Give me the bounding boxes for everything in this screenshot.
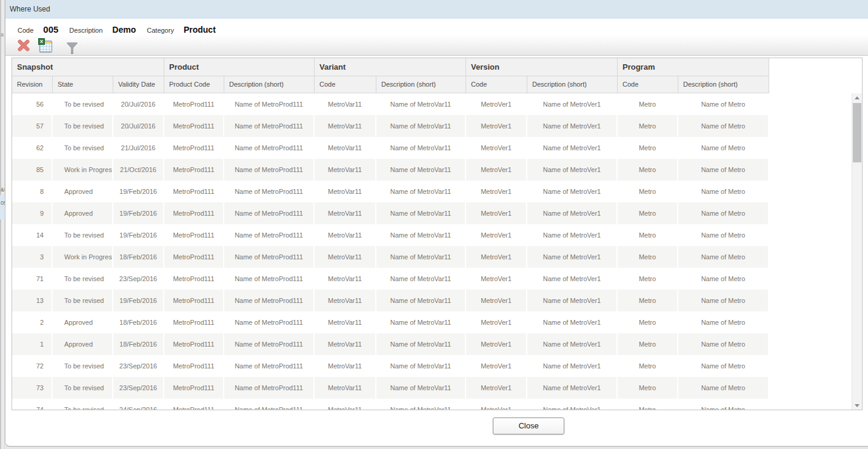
- cell-revision: 74: [12, 399, 53, 410]
- cell-description-short-: Name of MetroVar11: [376, 399, 466, 410]
- cell-description-short-: Name of Metro: [678, 246, 769, 268]
- cell-description-short-: Name of MetroProd111: [224, 311, 315, 333]
- table-row[interactable]: 9Approved19/Feb/2016MetroProd111Name of …: [12, 202, 769, 224]
- table-row[interactable]: 73To be revised23/Sep/2016MetroProd111Na…: [12, 377, 769, 399]
- table-group-row: SnapshotProductVariantVersionProgram: [12, 58, 769, 76]
- cell-code: MetroVar11: [315, 181, 376, 202]
- cell-description-short-: Name of MetroProd111: [224, 181, 315, 202]
- scroll-up-button[interactable]: [852, 93, 862, 102]
- cell-description-short-: Name of Metro: [678, 290, 769, 311]
- column-group-version: Version: [466, 58, 618, 76]
- column-header[interactable]: Code: [315, 76, 376, 93]
- cell-revision: 85: [12, 159, 53, 181]
- delete-icon: [17, 39, 30, 52]
- cell-code: Metro: [618, 268, 678, 290]
- cell-description-short-: Name of MetroVar11: [376, 224, 466, 246]
- cell-validity-date: 23/Sep/2016: [113, 268, 164, 290]
- cell-description-short-: Name of MetroProd111: [224, 159, 315, 181]
- cell-description-short-: Name of MetroVar11: [376, 159, 466, 181]
- cell-validity-date: 21/Jul/2016: [113, 137, 164, 159]
- description-value: Demo: [112, 25, 136, 35]
- cell-description-short-: Name of MetroProd111: [224, 355, 315, 377]
- cell-code: MetroVer1: [466, 181, 527, 202]
- cell-state: Approved: [53, 181, 113, 202]
- cell-revision: 1: [12, 333, 53, 355]
- cell-code: MetroVer1: [466, 159, 527, 181]
- table-row[interactable]: 85Work in Progress21/Oct/2016MetroProd11…: [12, 159, 769, 181]
- cell-code: Metro: [618, 93, 678, 115]
- cell-description-short-: Name of MetroVar11: [376, 246, 466, 268]
- column-header[interactable]: Description (short): [376, 76, 466, 93]
- cell-description-short-: Name of MetroProd111: [224, 377, 315, 399]
- column-header[interactable]: Description (short): [224, 76, 315, 93]
- column-header[interactable]: Product Code: [164, 76, 224, 93]
- column-group-product: Product: [164, 58, 315, 76]
- table-row[interactable]: 14To be revised19/Feb/2016MetroProd111Na…: [12, 224, 769, 246]
- scroll-down-button[interactable]: [852, 401, 862, 410]
- column-header[interactable]: Code: [618, 76, 678, 93]
- table-row[interactable]: 3Work in Progress18/Feb/2016MetroProd111…: [12, 246, 769, 268]
- cell-state: To be revised: [53, 399, 113, 410]
- cell-validity-date: 23/Sep/2016: [113, 355, 164, 377]
- table-row[interactable]: 8Approved19/Feb/2016MetroProd111Name of …: [12, 181, 769, 202]
- cell-code: MetroVer1: [466, 290, 527, 311]
- column-header[interactable]: Description (short): [678, 76, 769, 93]
- filter-button[interactable]: [64, 38, 81, 53]
- cell-code: MetroVer1: [466, 268, 527, 290]
- cell-description-short-: Name of Metro: [678, 202, 769, 224]
- cell-description-short-: Name of MetroVer1: [527, 311, 618, 333]
- description-label: Description: [69, 27, 102, 34]
- cell-description-short-: Name of MetroVer1: [527, 137, 618, 159]
- cell-description-short-: Name of MetroVer1: [527, 224, 618, 246]
- table-row[interactable]: 1Approved18/Feb/2016MetroProd111Name of …: [12, 333, 769, 355]
- cell-description-short-: Name of MetroVar11: [376, 268, 466, 290]
- column-header[interactable]: Description (short): [527, 76, 618, 93]
- cell-product-code: MetroProd111: [164, 159, 224, 181]
- cell-code: Metro: [618, 202, 678, 224]
- table-row[interactable]: 72To be revised23/Sep/2016MetroProd111Na…: [12, 355, 769, 377]
- cell-revision: 57: [12, 115, 53, 137]
- cell-product-code: MetroProd111: [164, 224, 224, 246]
- table-row[interactable]: 2Approved18/Feb/2016MetroProd111Name of …: [12, 311, 769, 333]
- background-text-fragment: &C: [1, 187, 5, 193]
- cell-code: MetroVer1: [466, 137, 527, 159]
- column-header[interactable]: State: [53, 76, 113, 93]
- cell-code: Metro: [618, 355, 678, 377]
- cell-code: Metro: [618, 246, 678, 268]
- cell-state: Approved: [53, 311, 113, 333]
- scrollbar-thumb[interactable]: [853, 103, 861, 162]
- column-header[interactable]: Code: [466, 76, 527, 93]
- column-header[interactable]: Revision: [12, 76, 53, 93]
- cell-code: MetroVer1: [466, 246, 527, 268]
- cell-code: MetroVar11: [315, 246, 376, 268]
- table-row[interactable]: 62To be revised21/Jul/2016MetroProd111Na…: [12, 137, 769, 159]
- cell-description-short-: Name of MetroProd111: [224, 137, 315, 159]
- delete-button[interactable]: [15, 38, 32, 53]
- background-page-edge: a &C 05: [0, 0, 5, 449]
- cell-description-short-: Name of MetroVer1: [527, 115, 618, 137]
- cell-state: To be revised: [53, 290, 113, 311]
- cell-state: To be revised: [53, 377, 113, 399]
- export-excel-button[interactable]: X: [37, 38, 54, 53]
- cell-description-short-: Name of Metro: [678, 355, 769, 377]
- dialog-titlebar: Where Used: [5, 0, 868, 19]
- cell-revision: 9: [12, 202, 53, 224]
- close-button[interactable]: Close: [493, 417, 564, 434]
- cell-description-short-: Name of Metro: [678, 137, 769, 159]
- cell-code: MetroVer1: [466, 333, 527, 355]
- cell-code: MetroVar11: [315, 224, 376, 246]
- table-row[interactable]: 71To be revised23/Sep/2016MetroProd111Na…: [12, 268, 769, 290]
- column-group-variant: Variant: [315, 58, 466, 76]
- cell-product-code: MetroProd111: [164, 290, 224, 311]
- table-row[interactable]: 74To be revised24/Sep/2016MetroProd111Na…: [12, 399, 769, 410]
- background-text-fragment: a: [1, 32, 5, 38]
- cell-product-code: MetroProd111: [164, 202, 224, 224]
- cell-description-short-: Name of MetroProd111: [224, 93, 315, 115]
- cell-revision: 13: [12, 290, 53, 311]
- table-row[interactable]: 56To be revised20/Jul/2016MetroProd111Na…: [12, 93, 769, 115]
- cell-code: MetroVar11: [315, 377, 376, 399]
- vertical-scrollbar[interactable]: [852, 93, 862, 410]
- table-row[interactable]: 13To be revised19/Feb/2016MetroProd111Na…: [12, 290, 769, 311]
- column-header[interactable]: Validity Date: [113, 76, 164, 93]
- table-row[interactable]: 57To be revised20/Jul/2016MetroProd111Na…: [12, 115, 769, 137]
